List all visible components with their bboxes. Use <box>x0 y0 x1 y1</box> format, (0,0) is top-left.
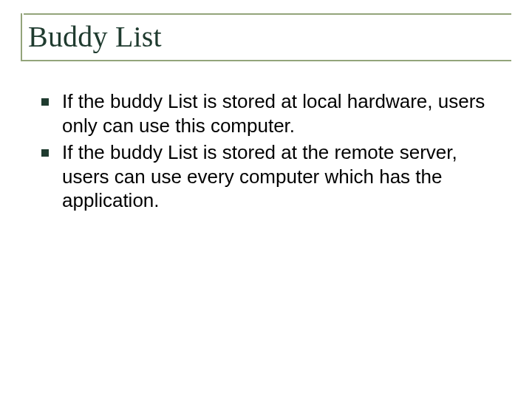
bullet-text: If the buddy List is stored at the remot… <box>62 140 491 213</box>
square-bullet-icon <box>41 149 49 157</box>
title-rule-left <box>21 13 22 61</box>
slide-body: If the buddy List is stored at local har… <box>21 89 511 213</box>
title-rule-bottom <box>21 60 511 61</box>
list-item: If the buddy List is stored at local har… <box>41 89 491 137</box>
list-item: If the buddy List is stored at the remot… <box>41 140 491 213</box>
bullet-text: If the buddy List is stored at local har… <box>62 89 491 137</box>
slide-title: Buddy List <box>21 15 511 60</box>
title-block: Buddy List <box>21 13 511 60</box>
square-bullet-icon <box>41 98 49 106</box>
slide: Buddy List If the buddy List is stored a… <box>0 0 532 399</box>
